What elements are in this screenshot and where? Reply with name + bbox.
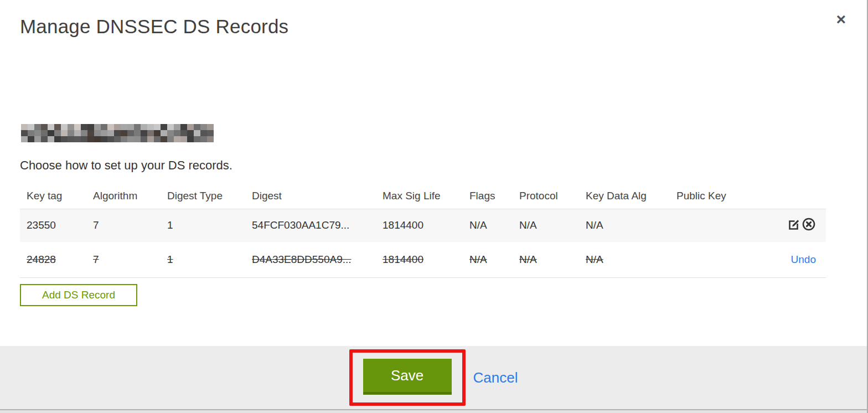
- undo-link[interactable]: Undo: [791, 254, 816, 265]
- cell-max-sig-life: 1814400: [376, 242, 463, 277]
- save-button[interactable]: Save: [363, 359, 452, 395]
- cell-public-key: [670, 209, 737, 242]
- redacted-domain-name: [21, 124, 214, 142]
- ds-records-table: Key tag Algorithm Digest Type Digest Max…: [20, 184, 826, 278]
- manage-dnssec-modal: × Manage DNSSEC DS Records Choose how to…: [0, 0, 868, 413]
- intro-text: Choose how to set up your DS records.: [20, 158, 232, 173]
- cell-public-key: [670, 242, 737, 277]
- edit-icon[interactable]: [787, 218, 800, 231]
- col-header-key-data-alg: Key Data Alg: [579, 184, 670, 209]
- col-header-protocol: Protocol: [513, 184, 579, 209]
- table-row: 23550 7 1 54FCF030AA1C79... 1814400 N/A …: [20, 209, 826, 242]
- cell-algorithm: 7: [86, 242, 161, 277]
- col-header-actions: [737, 184, 826, 209]
- cell-key-data-alg: N/A: [579, 209, 670, 242]
- col-header-max-sig-life: Max Sig Life: [376, 184, 463, 209]
- cell-protocol: N/A: [513, 209, 579, 242]
- table-row-deleted: 24828 7 1 D4A33E8DD550A9... 1814400 N/A …: [20, 242, 826, 277]
- modal-footer: Save Cancel: [0, 346, 867, 410]
- cell-digest: 54FCF030AA1C79...: [245, 209, 376, 242]
- col-header-algorithm: Algorithm: [86, 184, 161, 209]
- add-ds-record-button[interactable]: Add DS Record: [20, 284, 137, 306]
- delete-icon[interactable]: [802, 217, 816, 231]
- cell-key-data-alg: N/A: [579, 242, 670, 277]
- cell-actions: Undo: [737, 242, 826, 277]
- col-header-public-key: Public Key: [670, 184, 737, 209]
- col-header-key-tag: Key tag: [20, 184, 86, 209]
- cell-max-sig-life: 1814400: [376, 209, 463, 242]
- cell-key-tag: 23550: [20, 209, 86, 242]
- cell-flags: N/A: [463, 209, 513, 242]
- cell-protocol: N/A: [513, 242, 579, 277]
- col-header-digest: Digest: [245, 184, 376, 209]
- page-title: Manage DNSSEC DS Records: [20, 16, 867, 38]
- red-annotation-box: Save: [349, 349, 466, 406]
- cell-digest-type: 1: [161, 209, 245, 242]
- cell-algorithm: 7: [86, 209, 161, 242]
- close-icon[interactable]: ×: [836, 11, 846, 28]
- cell-flags: N/A: [463, 242, 513, 277]
- bottom-edge-strip: [0, 410, 867, 413]
- cell-digest-type: 1: [161, 242, 245, 277]
- col-header-digest-type: Digest Type: [161, 184, 245, 209]
- cancel-link[interactable]: Cancel: [473, 369, 518, 386]
- col-header-flags: Flags: [463, 184, 513, 209]
- table-header-row: Key tag Algorithm Digest Type Digest Max…: [20, 184, 826, 209]
- cell-actions: [737, 209, 826, 242]
- cell-digest: D4A33E8DD550A9...: [245, 242, 376, 277]
- cell-key-tag: 24828: [20, 242, 86, 277]
